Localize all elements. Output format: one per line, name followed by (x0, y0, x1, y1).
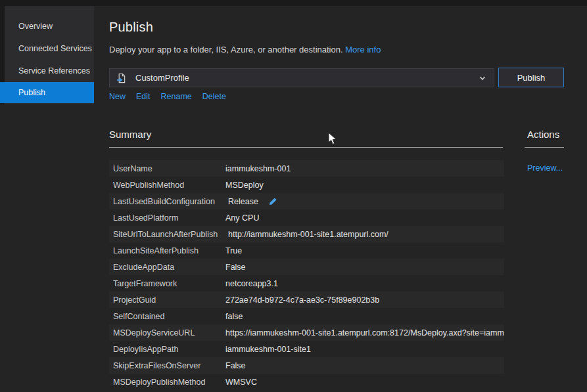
publish-profile-document-icon (116, 73, 126, 83)
sidebar-item-label: Publish (18, 88, 45, 97)
sidebar-item-service-references[interactable]: Service References (0, 62, 94, 79)
summary-row: MSDeployServiceURL https://iammukeshm-00… (109, 324, 504, 341)
profile-dropdown[interactable]: CustomProfile (109, 68, 494, 87)
summary-row-key: DeployIisAppPath (109, 345, 225, 354)
sidebar-item-label: Service References (18, 66, 90, 76)
sidebar-item-overview[interactable]: Overview (0, 18, 94, 35)
window-top-edge (0, 0, 587, 6)
summary-row-key: ProjectGuid (109, 295, 225, 305)
summary-row-value: https://iammukeshm-001-site1.atempurl.co… (225, 328, 504, 338)
sidebar-item-connected-services[interactable]: Connected Services (0, 40, 94, 57)
publish-page: Overview Connected Services Service Refe… (0, 0, 587, 392)
sidebar-item-label: Connected Services (18, 44, 92, 53)
summary-row: WebPublishMethod MSDeploy (109, 177, 504, 193)
publish-button[interactable]: Publish (498, 68, 564, 87)
mouse-cursor (328, 132, 337, 146)
summary-row-value: False (225, 361, 246, 370)
summary-divider (109, 147, 503, 148)
summary-row-value: True (225, 246, 242, 255)
summary-row-key: MSDeployServiceURL (109, 328, 225, 338)
summary-row-key: SkipExtraFilesOnServer (109, 361, 225, 370)
actions-divider (525, 147, 564, 148)
summary-row-value: WMSVC (225, 378, 257, 387)
summary-row-value: MSDeploy (225, 181, 264, 190)
new-profile-link[interactable]: New (109, 92, 126, 101)
summary-row-value: iammukeshm-001-site1 (225, 345, 311, 354)
summary-row: ProjectGuid 272ae74d-b972-4c7a-ae3c-75f8… (109, 292, 504, 308)
summary-row-key: LaunchSiteAfterPublish (109, 246, 225, 255)
page-title: Publish (109, 20, 569, 35)
edit-profile-link[interactable]: Edit (136, 92, 151, 101)
summary-row-key: SelfContained (109, 312, 225, 321)
summary-row-value: Any CPU (225, 213, 259, 223)
summary-row: SelfContained false (109, 308, 504, 324)
summary-row: UserName iammukeshm-001 (109, 160, 504, 177)
pencil-edit-icon[interactable] (268, 197, 277, 206)
delete-profile-link[interactable]: Delete (202, 92, 226, 101)
profile-actions: New Edit Rename Delete (109, 92, 226, 101)
summary-row-key: UserName (109, 164, 225, 173)
page-description: Deploy your app to a folder, IIS, Azure,… (109, 45, 381, 54)
summary-row-value: http://iammukeshm-001-site1.atempurl.com… (225, 230, 388, 239)
summary-row-key: ExcludeAppData (109, 263, 225, 272)
description-text: Deploy your app to a folder, IIS, Azure,… (109, 45, 343, 54)
summary-row-value: iammukeshm-001 (225, 164, 291, 173)
summary-row-key: WebPublishMethod (109, 181, 225, 190)
summary-row-key: LastUsedBuildConfiguration (109, 197, 225, 206)
summary-row: MSDeployPublishMethod WMSVC (109, 374, 504, 390)
preview-link[interactable]: Preview... (527, 163, 563, 173)
summary-row-key: TargetFramework (109, 279, 225, 288)
actions-heading: Actions (527, 129, 559, 140)
summary-row: ExcludeAppData False (109, 259, 504, 275)
chevron-down-icon (479, 75, 486, 81)
summary-row-value: Release (225, 197, 258, 206)
sidebar-item-publish[interactable]: Publish (0, 82, 94, 103)
summary-row-key: SiteUrlToLaunchAfterPublish (109, 230, 225, 239)
summary-row-key: LastUsedPlatform (109, 213, 225, 223)
summary-row: SiteUrlToLaunchAfterPublish http://iammu… (109, 226, 504, 242)
summary-row: SkipExtraFilesOnServer False (109, 357, 504, 374)
summary-row: LastUsedPlatform Any CPU (109, 209, 504, 226)
summary-row-value: False (225, 263, 246, 272)
summary-heading: Summary (109, 129, 151, 140)
more-info-link[interactable]: More info (345, 45, 381, 54)
summary-row-value: 272ae74d-b972-4c7a-ae3c-75f89e902b3b (225, 295, 379, 305)
rename-profile-link[interactable]: Rename (161, 92, 192, 101)
summary-row: LaunchSiteAfterPublish True (109, 242, 504, 259)
profile-dropdown-value: CustomProfile (135, 73, 479, 83)
summary-row-value: netcoreapp3.1 (225, 279, 278, 288)
summary-table: UserName iammukeshm-001 WebPublishMethod… (109, 160, 504, 390)
summary-row: LastUsedBuildConfiguration Release (109, 193, 504, 209)
summary-row-key: MSDeployPublishMethod (109, 378, 225, 387)
summary-row: TargetFramework netcoreapp3.1 (109, 275, 504, 292)
publish-button-label: Publish (517, 73, 546, 83)
summary-row: DeployIisAppPath iammukeshm-001-site1 (109, 341, 504, 357)
sidebar-item-label: Overview (18, 22, 53, 31)
summary-row-value: false (225, 312, 243, 321)
